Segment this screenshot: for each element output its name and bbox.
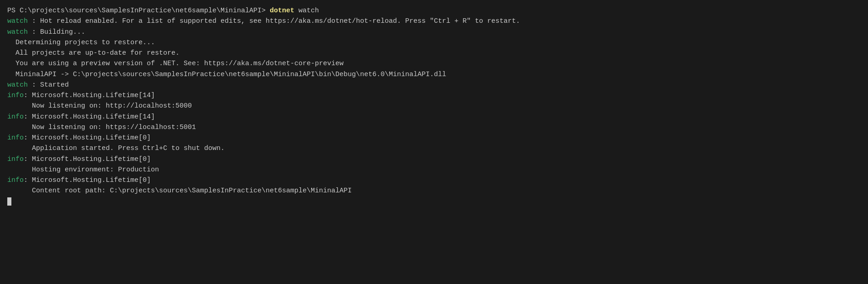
build-output-text: MininalAPI -> C:\projects\sources\Sample… xyxy=(7,69,446,80)
terminal-line: info: Microsoft.Hosting.Lifetime[14] xyxy=(7,90,861,101)
dotnet-command: dotnet xyxy=(270,5,294,16)
watch-label: watch xyxy=(7,80,28,90)
watch-label: watch xyxy=(7,16,28,26)
content-root-text: Content root path: C:\projects\sources\S… xyxy=(7,186,352,196)
terminal-line: Determining projects to restore... xyxy=(7,37,861,48)
watch-building-text: : Building... xyxy=(28,27,85,37)
terminal-cursor xyxy=(7,197,11,206)
terminal-line: info: Microsoft.Hosting.Lifetime[0] xyxy=(7,133,861,143)
info-label: info xyxy=(7,175,24,186)
terminal-line: PS C:\projects\sources\SamplesInPractice… xyxy=(7,5,861,16)
terminal-line: watch : Building... xyxy=(7,27,861,37)
info-lifetime-14-2-text: : Microsoft.Hosting.Lifetime[14] xyxy=(24,112,155,122)
watch-hotreload-text: : Hot reload enabled. For a list of supp… xyxy=(28,16,520,26)
info-lifetime-0-3-text: : Microsoft.Hosting.Lifetime[0] xyxy=(24,175,151,186)
terminal-line: info: Microsoft.Hosting.Lifetime[0] xyxy=(7,175,861,186)
terminal-line: Content root path: C:\projects\sources\S… xyxy=(7,186,861,196)
listening-5001-text: Now listening on: https://localhost:5001 xyxy=(7,122,196,133)
watch-started-text: : Started xyxy=(28,80,69,90)
preview-version-text: You are using a preview version of .NET.… xyxy=(7,58,344,69)
info-label: info xyxy=(7,154,24,165)
app-started-text: Application started. Press Ctrl+C to shu… xyxy=(7,143,225,154)
watch-arg: watch xyxy=(294,5,319,16)
terminal-line: watch : Started xyxy=(7,80,861,90)
terminal-window: PS C:\projects\sources\SamplesInPractice… xyxy=(0,0,868,284)
terminal-line: info: Microsoft.Hosting.Lifetime[14] xyxy=(7,112,861,122)
info-label: info xyxy=(7,90,24,101)
info-lifetime-14-1-text: : Microsoft.Hosting.Lifetime[14] xyxy=(24,90,155,101)
watch-label: watch xyxy=(7,27,28,37)
terminal-line: watch : Hot reload enabled. For a list o… xyxy=(7,16,861,26)
info-lifetime-0-2-text: : Microsoft.Hosting.Lifetime[0] xyxy=(24,154,151,165)
cursor-line xyxy=(7,196,861,206)
terminal-line: All projects are up-to-date for restore. xyxy=(7,48,861,58)
terminal-line: MininalAPI -> C:\projects\sources\Sample… xyxy=(7,69,861,80)
terminal-line: Application started. Press Ctrl+C to shu… xyxy=(7,143,861,154)
listening-5000-text: Now listening on: http://localhost:5000 xyxy=(7,101,192,111)
terminal-line: info: Microsoft.Hosting.Lifetime[0] xyxy=(7,154,861,165)
info-label: info xyxy=(7,133,24,143)
terminal-line: You are using a preview version of .NET.… xyxy=(7,58,861,69)
prompt-path-text: PS C:\projects\sources\SamplesInPractice… xyxy=(7,5,270,16)
hosting-env-text: Hosting environment: Production xyxy=(7,165,159,175)
info-lifetime-0-1-text: : Microsoft.Hosting.Lifetime[0] xyxy=(24,133,151,143)
terminal-line: Now listening on: https://localhost:5001 xyxy=(7,122,861,133)
info-label: info xyxy=(7,112,24,122)
terminal-line: Hosting environment: Production xyxy=(7,165,861,175)
determining-text: Determining projects to restore... xyxy=(7,37,155,48)
all-projects-text: All projects are up-to-date for restore. xyxy=(7,48,180,58)
terminal-line: Now listening on: http://localhost:5000 xyxy=(7,101,861,111)
